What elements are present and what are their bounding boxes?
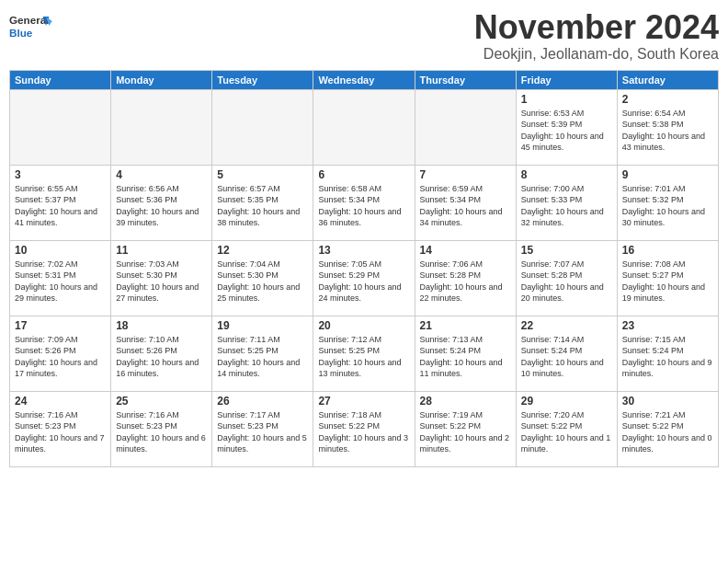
- day-info: Sunrise: 6:57 AMSunset: 5:35 PMDaylight:…: [217, 183, 308, 229]
- day-header-friday: Friday: [516, 70, 617, 89]
- day-info: Sunrise: 7:21 AMSunset: 5:22 PMDaylight:…: [622, 409, 713, 455]
- calendar-cell: 10Sunrise: 7:02 AMSunset: 5:31 PMDayligh…: [10, 240, 111, 316]
- svg-text:General: General: [9, 14, 49, 26]
- day-info: Sunrise: 7:10 AMSunset: 5:26 PMDaylight:…: [116, 334, 207, 380]
- calendar-cell: 7Sunrise: 6:59 AMSunset: 5:34 PMDaylight…: [415, 165, 516, 240]
- day-info: Sunrise: 7:04 AMSunset: 5:30 PMDaylight:…: [217, 259, 308, 304]
- calendar-week-5: 24Sunrise: 7:16 AMSunset: 5:23 PMDayligh…: [10, 391, 719, 466]
- calendar-cell: 12Sunrise: 7:04 AMSunset: 5:30 PMDayligh…: [212, 240, 313, 316]
- day-number: 22: [521, 319, 612, 332]
- calendar-cell: 19Sunrise: 7:11 AMSunset: 5:25 PMDayligh…: [212, 316, 313, 391]
- day-number: 2: [622, 93, 713, 106]
- day-info: Sunrise: 7:17 AMSunset: 5:23 PMDaylight:…: [217, 409, 308, 455]
- day-info: Sunrise: 6:56 AMSunset: 5:36 PMDaylight:…: [116, 183, 207, 229]
- calendar-cell: 9Sunrise: 7:01 AMSunset: 5:32 PMDaylight…: [617, 165, 718, 240]
- day-info: Sunrise: 6:58 AMSunset: 5:34 PMDaylight:…: [318, 183, 409, 229]
- calendar-cell: 6Sunrise: 6:58 AMSunset: 5:34 PMDaylight…: [313, 165, 415, 240]
- day-number: 20: [318, 319, 409, 332]
- day-info: Sunrise: 7:02 AMSunset: 5:31 PMDaylight:…: [15, 259, 106, 304]
- logo: General Blue: [9, 9, 55, 46]
- calendar-cell: 22Sunrise: 7:14 AMSunset: 5:24 PMDayligh…: [516, 316, 617, 391]
- day-number: 18: [116, 319, 207, 332]
- calendar-cell: [10, 89, 111, 165]
- calendar-cell: 27Sunrise: 7:18 AMSunset: 5:22 PMDayligh…: [313, 391, 415, 466]
- day-info: Sunrise: 7:19 AMSunset: 5:22 PMDaylight:…: [420, 409, 511, 455]
- calendar-cell: 26Sunrise: 7:17 AMSunset: 5:23 PMDayligh…: [212, 391, 313, 466]
- day-info: Sunrise: 7:11 AMSunset: 5:25 PMDaylight:…: [217, 334, 308, 380]
- day-info: Sunrise: 7:15 AMSunset: 5:24 PMDaylight:…: [622, 334, 713, 380]
- day-number: 7: [420, 168, 511, 181]
- day-number: 24: [15, 395, 106, 408]
- day-number: 27: [318, 395, 409, 408]
- calendar-cell: 5Sunrise: 6:57 AMSunset: 5:35 PMDaylight…: [212, 165, 313, 240]
- calendar-cell: [415, 89, 516, 165]
- day-info: Sunrise: 7:08 AMSunset: 5:27 PMDaylight:…: [622, 259, 713, 304]
- day-number: 30: [622, 395, 713, 408]
- day-info: Sunrise: 6:54 AMSunset: 5:38 PMDaylight:…: [622, 108, 713, 154]
- day-header-wednesday: Wednesday: [313, 70, 415, 89]
- day-number: 4: [116, 168, 207, 181]
- svg-text:Blue: Blue: [9, 27, 33, 39]
- calendar-cell: 21Sunrise: 7:13 AMSunset: 5:24 PMDayligh…: [415, 316, 516, 391]
- calendar-cell: 23Sunrise: 7:15 AMSunset: 5:24 PMDayligh…: [617, 316, 718, 391]
- calendar-cell: 2Sunrise: 6:54 AMSunset: 5:38 PMDaylight…: [617, 89, 718, 165]
- day-info: Sunrise: 6:59 AMSunset: 5:34 PMDaylight:…: [420, 183, 511, 229]
- day-info: Sunrise: 7:12 AMSunset: 5:25 PMDaylight:…: [318, 334, 409, 380]
- month-title: November 2024: [474, 9, 719, 46]
- calendar-cell: 11Sunrise: 7:03 AMSunset: 5:30 PMDayligh…: [111, 240, 212, 316]
- day-number: 9: [622, 168, 713, 181]
- day-number: 14: [420, 244, 511, 257]
- day-info: Sunrise: 7:18 AMSunset: 5:22 PMDaylight:…: [318, 409, 409, 455]
- calendar-cell: 30Sunrise: 7:21 AMSunset: 5:22 PMDayligh…: [617, 391, 718, 466]
- calendar-cell: 25Sunrise: 7:16 AMSunset: 5:23 PMDayligh…: [111, 391, 212, 466]
- day-number: 3: [15, 168, 106, 181]
- calendar-cell: 3Sunrise: 6:55 AMSunset: 5:37 PMDaylight…: [10, 165, 111, 240]
- day-info: Sunrise: 7:09 AMSunset: 5:26 PMDaylight:…: [15, 334, 106, 380]
- day-header-sunday: Sunday: [10, 70, 111, 89]
- calendar-cell: 29Sunrise: 7:20 AMSunset: 5:22 PMDayligh…: [516, 391, 617, 466]
- day-number: 1: [521, 93, 612, 106]
- calendar-cell: 18Sunrise: 7:10 AMSunset: 5:26 PMDayligh…: [111, 316, 212, 391]
- day-info: Sunrise: 7:01 AMSunset: 5:32 PMDaylight:…: [622, 183, 713, 229]
- day-number: 11: [116, 244, 207, 257]
- calendar-week-3: 10Sunrise: 7:02 AMSunset: 5:31 PMDayligh…: [10, 240, 719, 316]
- page: General Blue November 2024 Deokjin, Jeol…: [0, 0, 728, 563]
- day-number: 12: [217, 244, 308, 257]
- day-info: Sunrise: 7:20 AMSunset: 5:22 PMDaylight:…: [521, 409, 612, 455]
- day-number: 5: [217, 168, 308, 181]
- day-info: Sunrise: 7:14 AMSunset: 5:24 PMDaylight:…: [521, 334, 612, 380]
- calendar-cell: 28Sunrise: 7:19 AMSunset: 5:22 PMDayligh…: [415, 391, 516, 466]
- day-info: Sunrise: 7:13 AMSunset: 5:24 PMDaylight:…: [420, 334, 511, 380]
- day-info: Sunrise: 6:55 AMSunset: 5:37 PMDaylight:…: [15, 183, 106, 229]
- day-info: Sunrise: 6:53 AMSunset: 5:39 PMDaylight:…: [521, 108, 612, 154]
- calendar-cell: 16Sunrise: 7:08 AMSunset: 5:27 PMDayligh…: [617, 240, 718, 316]
- calendar-cell: 13Sunrise: 7:05 AMSunset: 5:29 PMDayligh…: [313, 240, 415, 316]
- calendar-cell: 24Sunrise: 7:16 AMSunset: 5:23 PMDayligh…: [10, 391, 111, 466]
- calendar-cell: 14Sunrise: 7:06 AMSunset: 5:28 PMDayligh…: [415, 240, 516, 316]
- day-number: 29: [521, 395, 612, 408]
- calendar-week-2: 3Sunrise: 6:55 AMSunset: 5:37 PMDaylight…: [10, 165, 719, 240]
- title-area: November 2024 Deokjin, Jeollanam-do, Sou…: [474, 9, 719, 63]
- calendar-cell: 15Sunrise: 7:07 AMSunset: 5:28 PMDayligh…: [516, 240, 617, 316]
- day-number: 19: [217, 319, 308, 332]
- day-number: 28: [420, 395, 511, 408]
- day-number: 26: [217, 395, 308, 408]
- day-header-saturday: Saturday: [617, 70, 718, 89]
- day-number: 13: [318, 244, 409, 257]
- calendar-table: SundayMondayTuesdayWednesdayThursdayFrid…: [9, 70, 719, 467]
- calendar-cell: [111, 89, 212, 165]
- day-info: Sunrise: 7:07 AMSunset: 5:28 PMDaylight:…: [521, 259, 612, 304]
- day-header-monday: Monday: [111, 70, 212, 89]
- day-number: 17: [15, 319, 106, 332]
- calendar-cell: [313, 89, 415, 165]
- calendar-cell: 4Sunrise: 6:56 AMSunset: 5:36 PMDaylight…: [111, 165, 212, 240]
- day-header-tuesday: Tuesday: [212, 70, 313, 89]
- calendar-cell: 1Sunrise: 6:53 AMSunset: 5:39 PMDaylight…: [516, 89, 617, 165]
- calendar-cell: 8Sunrise: 7:00 AMSunset: 5:33 PMDaylight…: [516, 165, 617, 240]
- calendar-cell: [212, 89, 313, 165]
- calendar-cell: 17Sunrise: 7:09 AMSunset: 5:26 PMDayligh…: [10, 316, 111, 391]
- header: General Blue November 2024 Deokjin, Jeol…: [9, 9, 719, 63]
- day-header-thursday: Thursday: [415, 70, 516, 89]
- day-info: Sunrise: 7:05 AMSunset: 5:29 PMDaylight:…: [318, 259, 409, 304]
- calendar-cell: 20Sunrise: 7:12 AMSunset: 5:25 PMDayligh…: [313, 316, 415, 391]
